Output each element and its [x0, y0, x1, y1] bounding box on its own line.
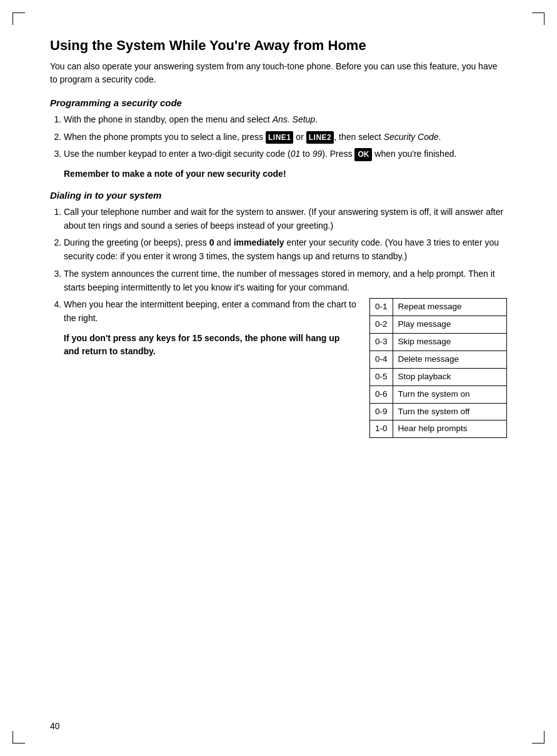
remember-note: Remember to make a note of your new secu…: [64, 169, 507, 179]
section2-step3: The system announces the current time, t…: [64, 267, 507, 294]
section2-step1: Call your telephone number and wait for …: [64, 206, 507, 232]
line1-key: LINE1: [266, 131, 294, 144]
key-cell: 0-1: [370, 299, 393, 316]
desc-cell: Hear help prompts: [393, 420, 506, 438]
section2: Dialing in to your system Call your tele…: [50, 190, 507, 438]
line2-key: LINE2: [306, 131, 334, 144]
main-title: Using the System While You're Away from …: [50, 37, 507, 54]
table-row: 0-4Delete message: [370, 351, 507, 368]
ok-key: OK: [354, 148, 372, 161]
key-cell: 0-5: [370, 368, 393, 385]
table-row: 0-1Repeat message: [370, 299, 507, 316]
ans-setup-ref: Ans. Setup: [273, 114, 316, 124]
step4-intro: When you hear the intermittent beeping, …: [64, 299, 356, 323]
key-cell: 1-0: [370, 420, 393, 438]
code-range-end: 99: [313, 149, 323, 159]
corner-mark-tl: [13, 12, 25, 25]
table-row: 0-9Turn the system off: [370, 403, 507, 420]
step4-container: When you hear the intermittent beeping, …: [64, 298, 507, 438]
section2-title: Dialing in to your system: [50, 190, 507, 201]
desc-cell: Skip message: [393, 333, 506, 351]
key-cell: 0-6: [370, 385, 393, 403]
code-range: 01: [291, 149, 301, 159]
page-number: 40: [50, 721, 60, 731]
desc-cell: Play message: [393, 316, 506, 334]
intro-text: You can also operate your answering syst…: [50, 60, 507, 86]
desc-cell: Stop playback: [393, 368, 506, 385]
command-table: 0-1Repeat message0-2Play message0-3Skip …: [369, 298, 507, 438]
desc-cell: Turn the system on: [393, 385, 506, 403]
security-code-ref: Security Code: [384, 132, 439, 142]
corner-mark-tr: [532, 12, 544, 25]
step4-text-block: When you hear the intermittent beeping, …: [64, 298, 357, 357]
section1-step2: When the phone prompts you to select a l…: [64, 131, 507, 144]
zero-key: 0: [209, 237, 214, 247]
table-row: 0-3Skip message: [370, 333, 507, 351]
immediately-text: immediately: [234, 237, 284, 247]
key-cell: 0-9: [370, 403, 393, 420]
corner-mark-bl: [13, 731, 25, 744]
table-row: 0-6Turn the system on: [370, 385, 507, 403]
section2-step2: During the greeting (or beeps), press 0 …: [64, 236, 507, 263]
section1-steps: With the phone in standby, open the menu…: [50, 113, 507, 161]
warning-text: If you don't press any keys for 15 secon…: [64, 332, 357, 358]
key-cell: 0-2: [370, 316, 393, 334]
section1-step3: Use the number keypad to enter a two-dig…: [64, 147, 507, 161]
desc-cell: Delete message: [393, 351, 506, 368]
table-row: 0-5Stop playback: [370, 368, 507, 385]
section2-steps: Call your telephone number and wait for …: [50, 206, 507, 438]
desc-cell: Repeat message: [393, 299, 506, 316]
section2-step4-wrapper: When you hear the intermittent beeping, …: [64, 298, 507, 438]
corner-mark-br: [532, 731, 544, 744]
table-row: 0-2Play message: [370, 316, 507, 334]
key-cell: 0-3: [370, 333, 393, 351]
page-container: Using the System While You're Away from …: [0, 0, 557, 756]
desc-cell: Turn the system off: [393, 403, 506, 420]
key-cell: 0-4: [370, 351, 393, 368]
section1-title: Programming a security code: [50, 97, 507, 108]
table-row: 1-0Hear help prompts: [370, 420, 507, 438]
section1-step1: With the phone in standby, open the menu…: [64, 113, 507, 127]
